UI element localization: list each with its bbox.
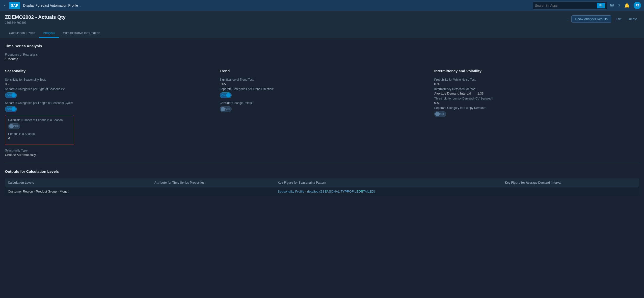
separate-categories-direction-toggle-container: ON [220,92,424,98]
page-header: ZDEMO2002 - Actuals Qty 1605544799393 ⌄ … [0,11,644,38]
sensitivity-value: 0.2 [5,82,210,86]
tab-administrative-information[interactable]: Administrative Information [59,28,104,38]
significance-value: 0.05 [220,82,424,86]
separate-categories-type-toggle-label: ON [7,94,11,97]
consider-change-points-toggle-label: OFF [225,108,230,111]
separate-categories-type-field: Separate Categories per Type of Seasonal… [5,87,210,98]
tab-analysis[interactable]: Analysis [39,28,59,38]
search-button[interactable]: 🔍 [597,3,605,8]
intermittency-column: Intermittency and Volatility Probability… [434,69,639,158]
detection-method-label: Intermittency Detection Method: [434,87,639,91]
three-column-layout: Seasonality Sensitivity for Seasonality … [5,69,639,158]
separate-category-lumpy-toggle-label: OFF [439,113,444,116]
seasonality-section-title: Seasonality [5,69,210,73]
outputs-table: Calculation Levels Attribute for Time Se… [5,178,639,196]
page-actions: ⌄ Show Analysis Results Edit Delete [566,14,639,22]
seasonality-column: Seasonality Sensitivity for Seasonality … [5,69,210,158]
calculate-periods-label: Calculate Number of Periods in a Season: [8,118,71,122]
col-header-key-figure-adi: Key Figure for Average Demand Interval [502,178,639,187]
sap-logo: SAP [9,2,20,9]
probability-value: 0.9 [434,82,639,86]
frequency-label: Frequency of Reanalysis: [5,53,639,56]
separate-categories-length-label: Separate Categories per Length of Season… [5,101,210,105]
help-icon[interactable]: ? [618,3,620,8]
sensitivity-field: Sensitivity for Seasonality Test: 0.2 [5,78,210,86]
app-title-chevron-icon[interactable]: ⌄ [80,4,82,7]
separate-category-lumpy-label: Separate Category for Lumpy Demand: [434,106,639,110]
frequency-section: Frequency of Reanalysis: 1 Months [5,53,639,61]
seasonality-type-field: Seasonality Type: Choose Automatically [5,149,210,157]
calculate-periods-toggle-container: OFF [8,123,71,129]
seasonality-type-value: Choose Automatically [5,153,210,157]
consider-change-points-toggle[interactable]: OFF [220,106,232,112]
cell-key-figure-seasonality[interactable]: Seasonality Profile - detailed (ZSEASONA… [275,187,502,196]
periods-in-season-value: 4 [8,136,71,140]
cell-calculation-level: Customer Region - Product Group - Month [5,187,151,196]
calculate-periods-highlight-box: Calculate Number of Periods in a Season:… [5,115,74,145]
frequency-value: 1 Months [5,57,639,61]
consider-change-points-field: Consider Change Points: OFF [220,101,424,112]
table-row: Customer Region - Product Group - Month … [5,187,639,196]
significance-field: Significance of Trend Test: 0.05 [220,78,424,86]
edit-button[interactable]: Edit [614,15,623,22]
trend-section-title: Trend [220,69,424,73]
bell-icon[interactable]: 🔔 [624,3,630,8]
search-input[interactable] [535,4,595,7]
significance-label: Significance of Trend Test: [220,78,424,81]
page-title-group: ZDEMO2002 - Actuals Qty 1605544799393 [5,14,66,24]
separate-categories-length-toggle-container: ON [5,106,210,112]
page-subtitle: 1605544799393 [5,21,66,24]
separate-category-lumpy-field: Separate Category for Lumpy Demand: OFF [434,106,639,117]
separate-category-lumpy-toggle-container: OFF [434,111,639,117]
trend-column: Trend Significance of Trend Test: 0.05 S… [220,69,424,158]
probability-label: Probability for White Noise Test: [434,78,639,81]
separate-categories-length-field: Separate Categories per Length of Season… [5,101,210,112]
back-button[interactable]: ‹ [3,2,6,9]
separate-categories-direction-field: Separate Categories per Trend Direction:… [220,87,424,98]
separate-category-lumpy-toggle[interactable]: OFF [434,111,446,117]
delete-button[interactable]: Delete [626,15,639,22]
time-series-section-title: Time Series Analysis [5,44,639,48]
tabs: Calculation Levels Analysis Administrati… [5,28,639,38]
chat-icon[interactable]: ✉ [610,3,614,8]
col-header-key-figure-seasonality: Key Figure for Seasonality Pattern [275,178,502,187]
detection-method-value: Average Demand Interval [434,92,470,95]
outputs-table-body: Customer Region - Product Group - Month … [5,187,639,196]
app-title: Display Forecast Automation Profile ⌄ [23,3,530,7]
separate-categories-direction-toggle[interactable]: ON [220,92,232,98]
detection-method-field: Intermittency Detection Method: Average … [434,87,639,95]
actions-chevron-icon[interactable]: ⌄ [566,17,569,21]
tab-calculation-levels[interactable]: Calculation Levels [5,28,39,38]
outputs-section-title: Outputs for Calculation Levels [5,169,639,174]
intermittency-section-title: Intermittency and Volatility [434,69,639,73]
threshold-value: 0.5 [434,101,639,105]
threshold-field: Threshold for Lumpy Demand (CV Squared):… [434,97,639,105]
separate-categories-type-toggle[interactable]: ON [5,92,17,98]
outputs-table-header: Calculation Levels Attribute for Time Se… [5,178,639,187]
detection-method-number: 1.33 [474,92,484,95]
separate-categories-type-label: Separate Categories per Type of Seasonal… [5,87,210,91]
sensitivity-label: Sensitivity for Seasonality Test: [5,78,210,81]
periods-in-season-field: Periods in a Season: 4 [8,132,71,140]
separate-categories-length-toggle[interactable]: ON [5,106,17,112]
consider-change-points-toggle-container: OFF [220,106,424,112]
frequency-field: Frequency of Reanalysis: 1 Months [5,53,639,61]
main-content: Time Series Analysis Frequency of Reanal… [0,38,644,202]
cell-key-figure-adi [502,187,639,196]
seasonality-type-label: Seasonality Type: [5,149,210,152]
threshold-label: Threshold for Lumpy Demand (CV Squared): [434,97,639,100]
cell-attribute [151,187,275,196]
page-title: ZDEMO2002 - Actuals Qty [5,14,66,20]
show-analysis-button[interactable]: Show Analysis Results [572,15,611,22]
col-header-calculation-levels: Calculation Levels [5,178,151,187]
separate-categories-direction-label: Separate Categories per Trend Direction: [220,87,424,91]
periods-in-season-label: Periods in a Season: [8,132,71,136]
separate-categories-type-toggle-container: ON [5,92,210,98]
detection-method-row: Average Demand Interval 1.33 [434,92,639,95]
separate-categories-length-toggle-label: ON [7,108,11,111]
top-navigation: ‹ SAP Display Forecast Automation Profil… [0,0,644,11]
search-bar: 🔍 [533,1,607,10]
calculate-periods-toggle[interactable]: OFF [8,123,20,129]
calculate-periods-field: Calculate Number of Periods in a Season:… [8,118,71,129]
user-avatar[interactable]: AT [634,2,641,9]
